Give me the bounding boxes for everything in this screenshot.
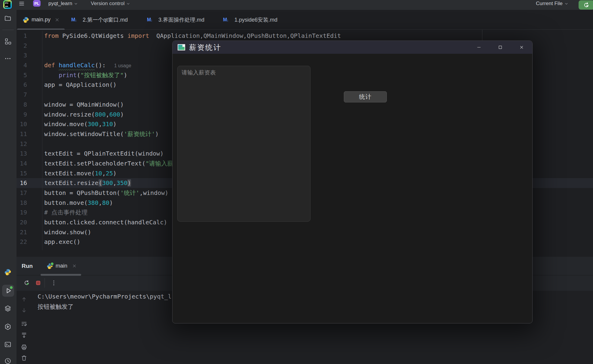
stop-icon[interactable] xyxy=(35,280,41,286)
line-number[interactable]: 4 xyxy=(17,60,42,70)
line-number[interactable]: 15 xyxy=(17,168,42,178)
run-tool-window-button[interactable] xyxy=(2,285,14,297)
line-number[interactable]: 7 xyxy=(17,90,42,100)
tab-main.py[interactable]: main.py xyxy=(19,10,66,29)
more-options-kebab-icon[interactable] xyxy=(50,280,57,286)
running-indicator-dot xyxy=(50,262,54,266)
chevron-down-icon xyxy=(126,2,130,6)
terminal-icon[interactable] xyxy=(4,341,11,348)
more-tool-windows-icon[interactable] xyxy=(4,55,11,62)
line-number[interactable]: 12 xyxy=(17,139,42,149)
scroll-up-icon[interactable] xyxy=(21,296,27,302)
markdown-icon: M↓ xyxy=(147,17,156,23)
app-window-icon xyxy=(178,44,185,50)
tab-label: 3.界面操作处理.md xyxy=(158,16,204,23)
minimize-icon[interactable] xyxy=(476,45,481,50)
scroll-down-icon[interactable] xyxy=(21,307,27,314)
close-icon[interactable] xyxy=(72,263,77,268)
rerun-icon[interactable] xyxy=(23,280,30,286)
history-clock-icon[interactable] xyxy=(4,357,11,364)
project-folder-icon[interactable] xyxy=(4,15,11,22)
tool-window-stripe xyxy=(0,10,17,364)
line-number[interactable]: 18 xyxy=(17,198,42,208)
line-number[interactable]: 21 xyxy=(17,227,42,237)
line-number[interactable]: 3 xyxy=(17,50,42,60)
line-number[interactable]: 19 xyxy=(17,208,42,217)
dialog-title: 薪资统计 xyxy=(189,43,222,52)
markdown-icon: M↓ xyxy=(223,17,232,23)
tab-label: main.py xyxy=(32,17,50,23)
stripe-divider xyxy=(2,30,14,30)
close-icon[interactable] xyxy=(519,45,524,50)
line-number[interactable]: 22 xyxy=(17,237,42,247)
line-number[interactable]: 6 xyxy=(17,80,42,90)
running-indicator-dot xyxy=(10,286,13,289)
line-number[interactable]: 20 xyxy=(17,217,42,227)
soft-wrap-icon[interactable] xyxy=(21,320,27,327)
main-toolbar: PC PL pyqt_learn Version control Current… xyxy=(0,0,593,10)
print-icon[interactable] xyxy=(21,344,27,350)
chevron-down-icon xyxy=(74,2,78,6)
line-number[interactable]: 2 xyxy=(17,41,42,51)
console-line: 按钮被触发了 xyxy=(38,302,172,312)
editor-gutter[interactable]: 12345678910111213141516171819202122 xyxy=(17,31,42,250)
vcs-widget[interactable]: Version control xyxy=(91,1,130,7)
run-panel-title: Run xyxy=(22,257,33,275)
project-selector[interactable]: pyqt_learn xyxy=(48,1,78,7)
line-number[interactable]: 14 xyxy=(17,159,42,168)
maximize-icon[interactable] xyxy=(498,45,503,50)
services-icon[interactable] xyxy=(4,305,11,312)
run-tab-main[interactable]: main xyxy=(47,257,77,275)
python-packages-icon[interactable] xyxy=(4,268,11,276)
run-configuration-selector[interactable]: Current File xyxy=(536,1,569,7)
rerun-icon xyxy=(583,2,590,8)
close-icon[interactable] xyxy=(54,17,60,23)
line-number[interactable]: 8 xyxy=(17,100,42,110)
scroll-to-end-icon[interactable] xyxy=(21,332,27,338)
chevron-down-icon xyxy=(564,2,569,6)
editor-tabs: main.pyM↓2.第一个qt窗口.mdM↓3.界面操作处理.mdM↓1.py… xyxy=(17,10,593,30)
problems-icon[interactable] xyxy=(4,323,11,330)
structure-icon[interactable] xyxy=(4,38,11,45)
line-number[interactable]: 16 xyxy=(17,178,42,188)
qt-dialog-salary-stats: 薪资统计 请输入薪资表 统计 xyxy=(172,41,533,323)
run-tab-underline xyxy=(41,274,81,276)
tab-label: 1.pyside6安装.md xyxy=(234,16,277,23)
toolbar-separator xyxy=(44,278,45,288)
pycharm-logo-icon: PC xyxy=(3,0,12,9)
line-number[interactable]: 5 xyxy=(17,70,42,80)
tab-2.第一个qt窗口.md[interactable]: M↓2.第一个qt窗口.md xyxy=(68,10,136,29)
project-badge[interactable]: PL xyxy=(33,0,41,7)
python-icon xyxy=(23,17,29,23)
tab-label: 2.第一个qt窗口.md xyxy=(83,16,128,23)
line-number[interactable]: 1 xyxy=(17,31,42,41)
line-number[interactable]: 17 xyxy=(17,188,42,198)
textedit-placeholder: 请输入薪资表 xyxy=(182,69,216,76)
stats-button[interactable]: 统计 xyxy=(344,91,387,102)
markdown-icon: M↓ xyxy=(71,17,80,23)
salary-textedit[interactable]: 请输入薪资表 xyxy=(177,66,310,222)
line-number[interactable]: 10 xyxy=(17,119,42,129)
run-console-output[interactable]: C:\Users\meowr\PycharmProjects\pyqt_l按钮被… xyxy=(38,292,172,312)
hamburger-menu-icon[interactable] xyxy=(18,1,25,7)
line-number[interactable]: 9 xyxy=(17,110,42,120)
code-line-1: from PySide6.QtWidgets import QApplicati… xyxy=(44,31,341,41)
tab-1.pyside6安装.md[interactable]: M↓1.pyside6安装.md xyxy=(219,10,287,29)
clear-all-icon[interactable] xyxy=(21,355,27,361)
tab-3.界面操作处理.md[interactable]: M↓3.界面操作处理.md xyxy=(143,10,212,29)
editor-divider xyxy=(482,30,482,41)
python-icon xyxy=(47,263,53,269)
line-number[interactable]: 11 xyxy=(17,129,42,139)
line-number[interactable]: 13 xyxy=(17,149,42,159)
console-line: C:\Users\meowr\PycharmProjects\pyqt_l xyxy=(38,292,172,302)
usage-hint: 1 usage xyxy=(114,63,131,68)
rerun-current-file-button[interactable] xyxy=(579,0,593,10)
pycharm-window: PC PL pyqt_learn Version control Current… xyxy=(0,0,593,364)
